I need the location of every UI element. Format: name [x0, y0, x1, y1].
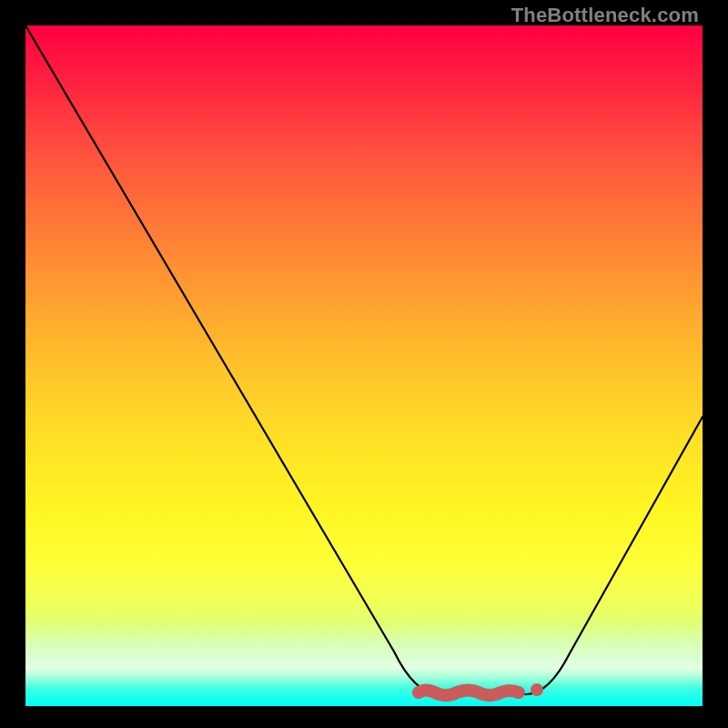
valley-marker-dot — [531, 683, 543, 696]
valley-marker-segment — [419, 691, 519, 696]
attribution-text: TheBottleneck.com — [511, 4, 699, 27]
chart-curve — [25, 25, 703, 694]
plot-area — [25, 25, 703, 706]
chart-frame: TheBottleneck.com — [0, 0, 728, 728]
chart-svg — [25, 25, 703, 706]
